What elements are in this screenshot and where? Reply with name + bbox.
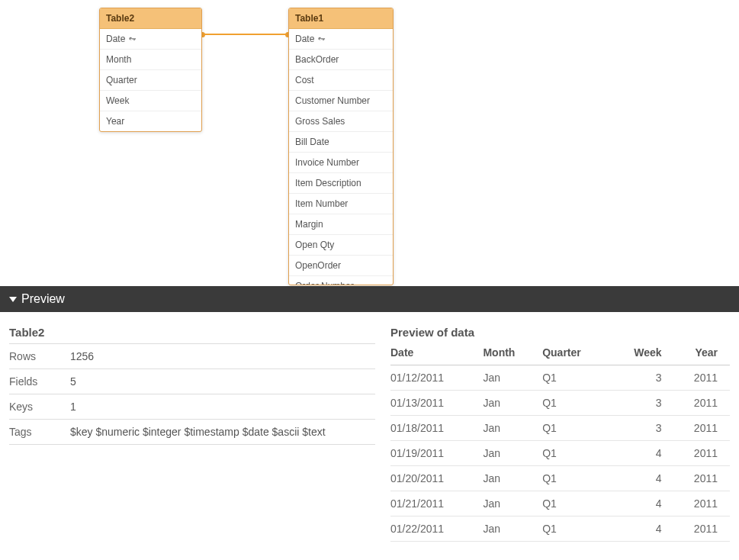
field-row[interactable]: Cost xyxy=(289,70,393,91)
column-header[interactable]: Quarter xyxy=(542,342,612,365)
field-label: Week xyxy=(106,95,129,106)
data-preview-panel: Preview of data DateMonthQuarterWeekYear… xyxy=(390,326,730,542)
metadata-value: 5 xyxy=(70,375,76,388)
field-row[interactable]: Date xyxy=(289,29,393,50)
table-row[interactable]: 01/12/2011JanQ132011 xyxy=(390,365,730,391)
field-label: Order Number xyxy=(295,281,354,285)
table-header-row: DateMonthQuarterWeekYear xyxy=(390,342,730,365)
table-cell: 3 xyxy=(612,365,673,391)
field-label: Cost xyxy=(295,75,314,85)
table-cell: 2011 xyxy=(674,491,730,517)
table-cell: 3 xyxy=(612,391,673,416)
table-row[interactable]: 01/20/2011JanQ142011 xyxy=(390,466,730,491)
field-row[interactable]: Invoice Number xyxy=(289,153,393,173)
table-cell: Jan xyxy=(483,365,542,391)
preview-panel-body: Table2 Rows1256Fields5Keys1Tags$key $num… xyxy=(0,312,739,542)
table-cell: Q1 xyxy=(542,441,612,466)
table-row[interactable]: 01/13/2011JanQ132011 xyxy=(390,391,730,416)
table-cell: Q1 xyxy=(542,391,612,416)
table-association-line xyxy=(202,34,288,35)
field-label: Bill Date xyxy=(295,137,329,147)
field-label: Item Number xyxy=(295,198,348,209)
field-label: Year xyxy=(106,116,124,127)
table-cell: 2011 xyxy=(674,365,730,391)
table-cell: Jan xyxy=(483,517,542,542)
field-row[interactable]: Open Qty xyxy=(289,235,393,256)
table2-fields: DateMonthQuarterWeekYear xyxy=(100,29,201,131)
table-cell: 4 xyxy=(612,466,673,491)
column-header[interactable]: Week xyxy=(612,342,673,365)
field-row[interactable]: Quarter xyxy=(100,70,201,91)
table-cell: Q1 xyxy=(542,491,612,517)
table1-fields: DateBackOrderCostCustomer NumberGross Sa… xyxy=(289,29,393,285)
field-label: Gross Sales xyxy=(295,116,345,127)
table-cell: 2011 xyxy=(674,416,730,441)
field-label: Customer Number xyxy=(295,95,370,106)
metadata-row: Tags$key $numeric $integer $timestamp $d… xyxy=(9,419,375,445)
field-row[interactable]: Date xyxy=(100,29,201,50)
metadata-rows: Rows1256Fields5Keys1Tags$key $numeric $i… xyxy=(9,343,375,445)
table-cell: Q1 xyxy=(542,517,612,542)
metadata-value: 1256 xyxy=(70,350,94,362)
field-row[interactable]: Week xyxy=(100,91,201,111)
metadata-row: Keys1 xyxy=(9,394,375,419)
table-cell: 2011 xyxy=(674,466,730,491)
metadata-value: 1 xyxy=(70,401,76,413)
field-row[interactable]: Item Description xyxy=(289,173,393,194)
column-header[interactable]: Year xyxy=(674,342,730,365)
metadata-label: Keys xyxy=(9,401,70,413)
field-label: Margin xyxy=(295,219,323,230)
field-row[interactable]: Month xyxy=(100,50,201,70)
table-cell: 4 xyxy=(612,491,673,517)
table-cell: Jan xyxy=(483,416,542,441)
column-header[interactable]: Month xyxy=(483,342,542,365)
metadata-label: Rows xyxy=(9,350,70,362)
table-row[interactable]: 01/18/2011JanQ132011 xyxy=(390,416,730,441)
table-cell: Q1 xyxy=(542,416,612,441)
table-row[interactable]: 01/19/2011JanQ142011 xyxy=(390,441,730,466)
table-cell: 01/20/2011 xyxy=(390,466,483,491)
metadata-label: Fields xyxy=(9,375,70,388)
table-cell: Jan xyxy=(483,391,542,416)
field-row[interactable]: Bill Date xyxy=(289,132,393,153)
table-cell: Q1 xyxy=(542,466,612,491)
table-cell: 4 xyxy=(612,441,673,466)
key-icon xyxy=(317,35,326,43)
field-row[interactable]: Margin xyxy=(289,214,393,235)
field-row[interactable]: Customer Number xyxy=(289,91,393,111)
table-box-table1[interactable]: Table1 DateBackOrderCostCustomer NumberG… xyxy=(288,8,394,285)
table-cell: 2011 xyxy=(674,441,730,466)
data-preview-table: DateMonthQuarterWeekYear 01/12/2011JanQ1… xyxy=(390,342,730,542)
field-label: Date xyxy=(106,34,125,44)
preview-panel-header[interactable]: Preview xyxy=(0,286,739,312)
table-metadata-panel: Table2 Rows1256Fields5Keys1Tags$key $num… xyxy=(9,326,375,542)
field-row[interactable]: Item Number xyxy=(289,194,393,214)
field-row[interactable]: OpenOrder xyxy=(289,256,393,276)
preview-panel-title: Preview xyxy=(21,292,65,306)
table-cell: Q1 xyxy=(542,365,612,391)
table-cell: 2011 xyxy=(674,391,730,416)
column-header[interactable]: Date xyxy=(390,342,483,365)
table-row[interactable]: 01/22/2011JanQ142011 xyxy=(390,517,730,542)
table-cell: 01/13/2011 xyxy=(390,391,483,416)
field-row[interactable]: Order Number xyxy=(289,276,393,285)
data-model-canvas[interactable]: Table2 DateMonthQuarterWeekYear Table1 D… xyxy=(0,0,739,286)
table-cell: 01/12/2011 xyxy=(390,365,483,391)
field-label: OpenOrder xyxy=(295,260,341,271)
collapse-icon xyxy=(9,297,17,302)
table-cell: Jan xyxy=(483,466,542,491)
field-row[interactable]: BackOrder xyxy=(289,50,393,70)
field-label: BackOrder xyxy=(295,54,339,65)
table-header-table2[interactable]: Table2 xyxy=(100,8,201,29)
metadata-label: Tags xyxy=(9,426,70,438)
field-row[interactable]: Gross Sales xyxy=(289,111,393,132)
field-row[interactable]: Year xyxy=(100,111,201,131)
table-cell: 01/22/2011 xyxy=(390,517,483,542)
table-box-table2[interactable]: Table2 DateMonthQuarterWeekYear xyxy=(99,8,202,132)
metadata-title: Table2 xyxy=(9,326,375,339)
table-header-table1[interactable]: Table1 xyxy=(289,8,393,29)
metadata-value: $key $numeric $integer $timestamp $date … xyxy=(70,426,326,438)
table-cell: 01/18/2011 xyxy=(390,416,483,441)
field-label: Item Description xyxy=(295,178,361,188)
table-row[interactable]: 01/21/2011JanQ142011 xyxy=(390,491,730,517)
